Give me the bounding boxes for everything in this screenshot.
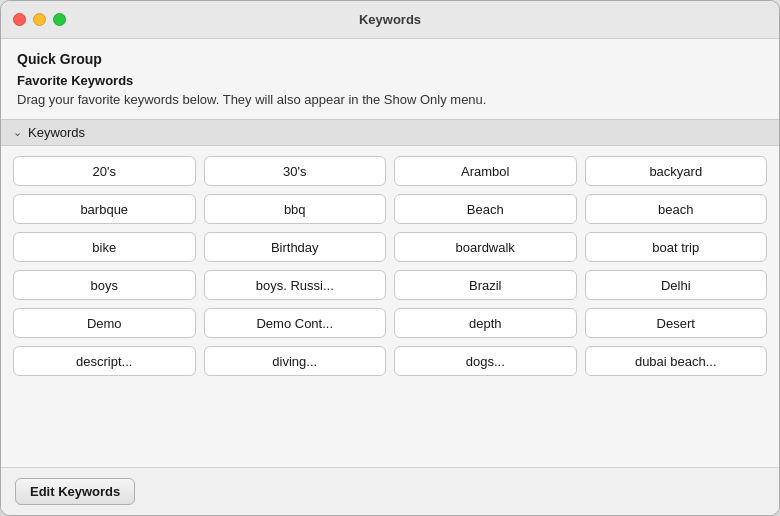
keyword-button[interactable]: bike [13,232,196,262]
keyword-button[interactable]: boat trip [585,232,768,262]
close-button[interactable] [13,13,26,26]
keyword-button[interactable]: Birthday [204,232,387,262]
title-bar: Keywords [1,1,779,39]
favorite-keywords-title: Favorite Keywords [17,73,763,88]
window-title: Keywords [359,12,421,27]
chevron-down-icon: ⌄ [13,126,22,139]
traffic-lights [13,13,66,26]
keyword-button[interactable]: Brazil [394,270,577,300]
edit-keywords-button[interactable]: Edit Keywords [15,478,135,505]
keywords-grid-area: 20's30'sArambolbackyardbarbquebbqBeachbe… [1,146,779,467]
keyword-button[interactable]: backyard [585,156,768,186]
keyword-button[interactable]: Demo [13,308,196,338]
keyword-button[interactable]: dogs... [394,346,577,376]
keyword-button[interactable]: depth [394,308,577,338]
keyword-button[interactable]: dubai beach... [585,346,768,376]
keyword-button[interactable]: 30's [204,156,387,186]
keywords-section-header[interactable]: ⌄ Keywords [1,119,779,146]
keyword-button[interactable]: boys [13,270,196,300]
keyword-button[interactable]: beach [585,194,768,224]
keyword-button[interactable]: descript... [13,346,196,376]
maximize-button[interactable] [53,13,66,26]
keywords-grid: 20's30'sArambolbackyardbarbquebbqBeachbe… [13,156,767,376]
keyword-button[interactable]: Desert [585,308,768,338]
keyword-button[interactable]: Demo Cont... [204,308,387,338]
keyword-button[interactable]: barbque [13,194,196,224]
keywords-window: Keywords Quick Group Favorite Keywords D… [0,0,780,516]
quick-group-section: Quick Group Favorite Keywords Drag your … [1,39,779,119]
keyword-button[interactable]: Arambol [394,156,577,186]
quick-group-title: Quick Group [17,51,763,67]
keyword-button[interactable]: boys. Russi... [204,270,387,300]
favorite-keywords-desc: Drag your favorite keywords below. They … [17,91,763,109]
minimize-button[interactable] [33,13,46,26]
keyword-button[interactable]: boardwalk [394,232,577,262]
keyword-button[interactable]: 20's [13,156,196,186]
window-content: Quick Group Favorite Keywords Drag your … [1,39,779,515]
keyword-button[interactable]: Beach [394,194,577,224]
keyword-button[interactable]: diving... [204,346,387,376]
footer: Edit Keywords [1,467,779,515]
keywords-section-label: Keywords [28,125,85,140]
keyword-button[interactable]: bbq [204,194,387,224]
keyword-button[interactable]: Delhi [585,270,768,300]
